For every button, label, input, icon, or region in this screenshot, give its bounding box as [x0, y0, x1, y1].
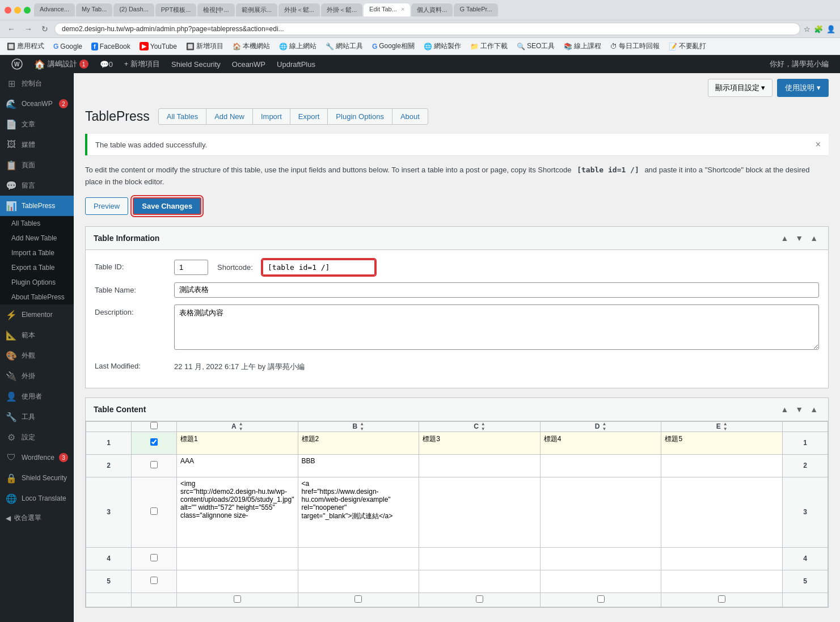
bookmark-facebook[interactable]: f FaceBook	[89, 41, 133, 52]
browser-tab-active[interactable]: Edit Tab... ×	[364, 3, 410, 16]
cell-5-d-input[interactable]	[541, 570, 661, 591]
cell-4-b-input[interactable]	[298, 548, 419, 568]
nav-plugin-options[interactable]: Plugin Options	[327, 108, 392, 125]
nav-about[interactable]: About	[392, 108, 428, 125]
bookmark-notype[interactable]: 📝 不要亂打	[666, 40, 708, 52]
browser-tab[interactable]: 個人資料...	[411, 3, 453, 16]
cell-2-b-input[interactable]: BBB	[298, 455, 419, 475]
sidebar-submenu-item-export[interactable]: Export a Table	[0, 260, 74, 275]
help-button[interactable]: 使用說明 ▾	[777, 79, 829, 97]
sidebar-item-pages[interactable]: 📋 頁面	[0, 155, 74, 175]
sidebar-item-tools[interactable]: 🔧 工具	[0, 407, 74, 427]
nav-all-tables[interactable]: All Tables	[158, 108, 206, 125]
col-c-footer-checkbox[interactable]	[476, 595, 483, 603]
cell-5-e-input[interactable]	[661, 570, 782, 591]
row-5-checkbox[interactable]	[150, 577, 158, 584]
sidebar-item-posts[interactable]: 📄 文章	[0, 114, 74, 134]
adminbar-site[interactable]: 🏠 講嶋設計 1	[28, 55, 94, 73]
cell-4-a-input[interactable]	[177, 548, 298, 568]
cell-2-d-input[interactable]	[541, 455, 661, 475]
adminbar-updraft[interactable]: UpdraftPlus	[271, 55, 321, 73]
adminbar-user[interactable]: 你好，講學苑小編	[764, 55, 834, 73]
cell-3-e-input[interactable]	[661, 477, 782, 545]
cell-5-c-input[interactable]	[419, 570, 540, 591]
sidebar-submenu-item-all-tables[interactable]: All Tables	[0, 216, 74, 231]
bookmark-icon[interactable]: ☆	[804, 25, 811, 33]
cell-3-a-input[interactable]: <img src="http://demo2.design-hu.tw/wp-c…	[177, 477, 298, 545]
cell-1-a-input[interactable]: 標題1	[177, 432, 298, 452]
col-a-up-button[interactable]: ▲	[239, 422, 243, 426]
shortcode-input[interactable]	[262, 259, 375, 276]
table-section-collapse-button[interactable]: ▲	[808, 404, 820, 415]
col-d-up-button[interactable]: ▲	[602, 422, 606, 426]
select-all-checkbox[interactable]	[150, 422, 158, 429]
cell-4-d-input[interactable]	[541, 548, 661, 568]
cell-4-e-input[interactable]	[661, 548, 782, 568]
bookmark-new[interactable]: 🔲 新增項目	[184, 40, 226, 52]
browser-tab[interactable]: 外掛＜鬆...	[278, 3, 320, 16]
sidebar-item-users[interactable]: 👤 使用者	[0, 386, 74, 407]
adminbar-comments[interactable]: 💬 0	[94, 55, 119, 73]
cell-1-c-input[interactable]: 標題3	[419, 432, 540, 452]
table-name-input[interactable]	[174, 282, 819, 298]
cell-1-d-input[interactable]: 標題4	[541, 432, 661, 452]
save-changes-button[interactable]: Save Changes	[133, 197, 201, 215]
bookmark-courses[interactable]: 📚 線上課程	[562, 40, 603, 52]
sidebar-submenu-item-about[interactable]: About TablePress	[0, 290, 74, 304]
browser-tab[interactable]: (2) Dash...	[113, 3, 154, 16]
adminbar-oceanwp[interactable]: OceanWP	[226, 55, 271, 73]
browser-tab[interactable]: Advance...	[34, 3, 75, 16]
col-b-footer-checkbox[interactable]	[354, 595, 362, 603]
sidebar-item-dashboard[interactable]: ⊞ 控制台	[0, 73, 74, 94]
col-a-down-button[interactable]: ▼	[239, 427, 243, 431]
nav-export[interactable]: Export	[290, 108, 328, 125]
back-button[interactable]: ←	[5, 23, 18, 35]
col-e-down-button[interactable]: ▼	[723, 427, 728, 431]
address-input[interactable]	[54, 23, 800, 35]
cell-1-b-input[interactable]: 標題2	[298, 432, 419, 452]
close-icon[interactable]: ×	[401, 6, 404, 12]
minimize-dot[interactable]	[14, 7, 21, 14]
section-down-button[interactable]: ▼	[793, 232, 805, 244]
browser-tab[interactable]: 檢視[中...	[197, 3, 234, 16]
cell-2-a-input[interactable]: AAA	[177, 455, 298, 475]
sidebar-item-oceanwp[interactable]: 🌊 OceanWP 2	[0, 94, 74, 114]
bookmark-web-creation[interactable]: 🌐 網站製作	[421, 40, 463, 52]
col-c-up-button[interactable]: ▲	[481, 422, 486, 426]
cell-4-c-input[interactable]	[419, 548, 540, 568]
sidebar-item-loco[interactable]: 🌐 Loco Translate	[0, 488, 74, 509]
nav-import[interactable]: Import	[252, 108, 290, 125]
cell-3-d-input[interactable]	[541, 477, 661, 545]
bookmark-google-related[interactable]: G Google相關	[370, 40, 417, 52]
section-collapse-button[interactable]: ▲	[808, 232, 820, 244]
cell-5-a-input[interactable]	[177, 570, 298, 591]
adminbar-new-item[interactable]: + 新增項目	[119, 55, 166, 73]
adminbar-shield[interactable]: Shield Security	[166, 55, 226, 73]
col-b-down-button[interactable]: ▼	[360, 427, 364, 431]
browser-tab[interactable]: 範例展示...	[236, 3, 277, 16]
col-c-down-button[interactable]: ▼	[481, 427, 486, 431]
sidebar-item-shield[interactable]: 🔒 Shield Security	[0, 468, 74, 488]
sidebar-submenu-item-options[interactable]: Plugin Options	[0, 275, 74, 290]
sidebar-submenu-item-add-new[interactable]: Add New Table	[0, 231, 74, 246]
row-2-checkbox[interactable]	[150, 461, 158, 468]
bookmark-local[interactable]: 🏠 本機網站	[230, 40, 272, 52]
row-4-checkbox[interactable]	[150, 554, 158, 561]
section-up-button[interactable]: ▲	[778, 232, 791, 244]
sidebar-item-wordfence[interactable]: 🛡 Wordfence 3	[0, 447, 74, 468]
maximize-dot[interactable]	[24, 7, 31, 14]
bookmark-youtube[interactable]: ▶ YouTube	[137, 41, 179, 52]
sidebar-item-comments[interactable]: 💬 留言	[0, 175, 74, 196]
browser-tab[interactable]: G TablePr...	[454, 3, 497, 16]
bookmark-tools[interactable]: 🔧 網站工具	[323, 40, 365, 52]
display-settings-button[interactable]: 顯示項目設定 ▾	[708, 79, 773, 97]
browser-tab[interactable]: 外掛＜鬆...	[321, 3, 362, 16]
bookmark-apps[interactable]: 🔲 應用程式	[5, 40, 47, 52]
col-d-down-button[interactable]: ▼	[602, 427, 606, 431]
cell-1-e-input[interactable]: 標題5	[661, 432, 782, 452]
sidebar-item-media[interactable]: 🖼 媒體	[0, 134, 74, 155]
sidebar-item-plugins[interactable]: 🔌 外掛	[0, 366, 74, 386]
profile-icon[interactable]: 👤	[826, 25, 835, 33]
row-1-checkbox[interactable]	[150, 438, 158, 446]
sidebar-item-templates[interactable]: 📐 範本	[0, 325, 74, 345]
